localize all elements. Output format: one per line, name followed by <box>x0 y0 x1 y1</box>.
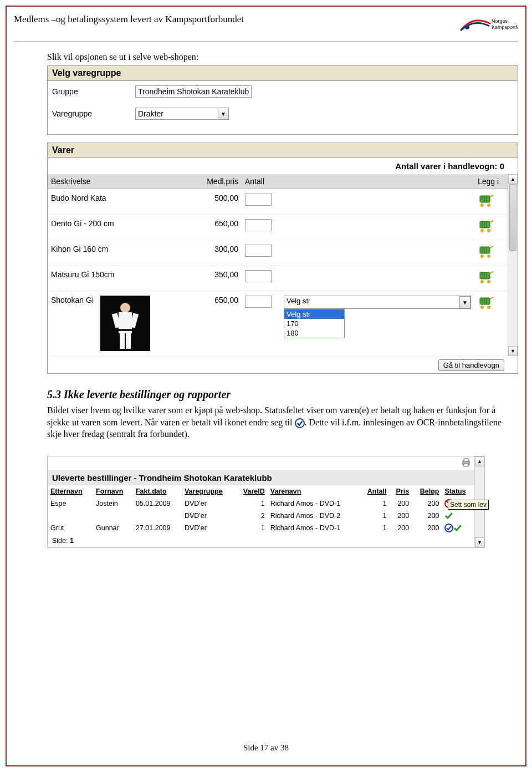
print-icon[interactable] <box>461 458 471 467</box>
item-name: Dento Gi - 200 cm <box>48 215 203 240</box>
scrollbar-vertical[interactable]: ▲ ▼ <box>508 174 518 356</box>
cell-varegruppe: DVD'er <box>182 522 235 534</box>
cell-belop: 200 <box>412 497 442 510</box>
size-option[interactable]: Velg str <box>284 309 344 319</box>
col-status: Status <box>442 485 474 497</box>
svg-rect-3 <box>480 196 490 202</box>
item-name: Budo Nord Kata <box>48 189 203 215</box>
report-table: Etternavn Fornavn Fakt.dato Varegruppe V… <box>48 485 474 534</box>
quantity-input[interactable] <box>245 245 272 257</box>
cell-etternavn <box>48 510 93 522</box>
cell-antall: 1 <box>359 522 389 534</box>
cell-dato: 05.01.2009 <box>133 497 182 510</box>
side-value: 1 <box>70 537 74 545</box>
cell-vareid: 2 <box>234 510 267 522</box>
col-medlpris: Medl.pris <box>203 174 242 189</box>
cell-varegruppe: DVD'er <box>182 510 235 522</box>
velg-varegruppe-panel: Velg varegruppe Gruppe Varegruppe ▼ <box>47 65 518 135</box>
add-to-cart-icon[interactable] <box>478 296 494 310</box>
col-varegruppe: Varegruppe <box>182 485 235 497</box>
svg-point-8 <box>487 204 490 207</box>
svg-point-26 <box>487 280 490 283</box>
table-row: EspeJostein05.01.2009DVD'er1Richard Amos… <box>48 497 474 510</box>
report-title: Uleverte bestillinger - Trondheim Shotok… <box>48 470 474 485</box>
svg-point-0 <box>465 25 469 29</box>
cell-dato <box>133 510 182 522</box>
go-to-cart-button[interactable]: Gå til handlevogn <box>438 359 504 371</box>
svg-point-41 <box>295 419 304 428</box>
cell-varegruppe: DVD'er <box>182 497 235 510</box>
items-table: Beskrivelse Medl.pris Antall Legg i Budo… <box>48 174 508 356</box>
col-faktdato: Fakt.dato <box>133 485 182 497</box>
cell-dato: 27.01.2009 <box>133 522 182 534</box>
col-belop: Beløp <box>412 485 442 497</box>
svg-rect-44 <box>464 464 468 466</box>
table-row: Matsuru Gi 150cm350,00 <box>48 266 508 291</box>
table-row: Kihon Gi 160 cm300,00 <box>48 240 508 266</box>
item-name: Shotokan Gi <box>48 291 203 356</box>
svg-point-39 <box>480 306 484 309</box>
cell-vareid: 1 <box>234 497 267 510</box>
col-vareid: VareID <box>234 485 267 497</box>
add-to-cart-icon[interactable] <box>478 194 494 208</box>
quantity-input[interactable] <box>245 219 272 231</box>
cell-varenavn: Richard Amos - DVD-1 <box>268 497 359 510</box>
item-price: 500,00 <box>203 189 242 215</box>
scroll-down-icon[interactable]: ▼ <box>475 537 484 547</box>
svg-point-14 <box>487 229 490 232</box>
cell-etternavn: Espe <box>48 497 93 510</box>
check-delivered-icon[interactable] <box>453 524 462 532</box>
scroll-up-icon[interactable]: ▲ <box>508 174 518 184</box>
svg-point-47 <box>445 524 453 532</box>
svg-rect-9 <box>480 221 490 228</box>
add-to-cart-icon[interactable] <box>478 270 494 285</box>
svg-rect-30 <box>119 329 132 331</box>
add-to-cart-icon[interactable] <box>478 245 494 259</box>
item-price: 350,00 <box>203 266 242 291</box>
gruppe-input[interactable] <box>135 85 252 98</box>
col-fornavn: Fornavn <box>93 485 133 497</box>
cell-belop: 200 <box>412 510 442 522</box>
quantity-input[interactable] <box>245 270 272 282</box>
size-dropdown-list[interactable]: Velg str170180 <box>284 309 345 338</box>
cell-fornavn: Gunnar <box>93 522 133 534</box>
table-row: Shotokan Gi650,00Velg str▼Velg str170180 <box>48 291 508 356</box>
cell-belop: 200 <box>412 522 442 534</box>
cell-status <box>442 510 474 522</box>
scroll-thumb[interactable] <box>509 184 516 251</box>
svg-rect-21 <box>480 272 490 279</box>
scroll-up-icon[interactable]: ▲ <box>475 456 484 466</box>
item-price: 650,00 <box>203 291 242 356</box>
svg-point-13 <box>480 229 484 232</box>
cell-pris: 200 <box>389 497 412 510</box>
table-row: Dento Gi - 200 cm650,00 <box>48 215 508 240</box>
cell-pris: 200 <box>389 510 412 522</box>
svg-rect-15 <box>480 247 490 253</box>
check-delivered-icon[interactable] <box>444 511 453 520</box>
cell-varenavn: Richard Amos - DVD-2 <box>268 510 359 522</box>
col-etternavn: Etternavn <box>48 485 93 497</box>
panel-header: Velg varegruppe <box>48 66 518 81</box>
cell-pris: 200 <box>389 522 412 534</box>
quantity-input[interactable] <box>245 194 272 206</box>
svg-point-20 <box>487 255 490 258</box>
cell-fornavn: Jostein <box>93 497 133 510</box>
size-select[interactable]: Velg str <box>284 296 460 308</box>
svg-rect-33 <box>120 332 125 349</box>
cell-vareid: 1 <box>234 522 267 534</box>
size-option[interactable]: 180 <box>284 328 344 338</box>
size-option[interactable]: 170 <box>284 319 344 328</box>
quantity-input[interactable] <box>245 296 272 308</box>
add-to-cart-icon[interactable] <box>478 219 494 233</box>
chevron-down-icon[interactable]: ▼ <box>218 108 229 120</box>
scroll-down-icon[interactable]: ▼ <box>508 346 518 356</box>
page-header-title: Medlems –og betalingssystem levert av Ka… <box>14 14 244 25</box>
varegruppe-select[interactable] <box>135 108 218 120</box>
cell-varenavn: Richard Amos - DVD-1 <box>268 522 359 534</box>
col-varenavn: Varenavn <box>268 485 359 497</box>
col-antall: Antall <box>242 174 280 189</box>
chevron-down-icon[interactable]: ▼ <box>459 296 470 308</box>
svg-text:Norges: Norges <box>492 18 508 24</box>
cell-etternavn: Grut <box>48 522 93 534</box>
col-pris: Pris <box>389 485 412 497</box>
